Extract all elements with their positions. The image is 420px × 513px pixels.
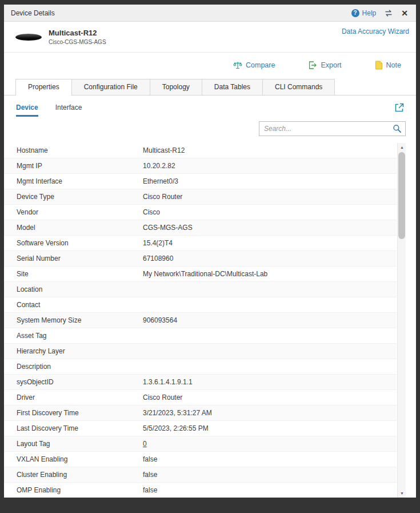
table-row: VendorCisco — [4, 205, 397, 220]
property-label: Software Version — [17, 239, 143, 247]
property-value: 67108960 — [143, 254, 397, 263]
property-value: false — [143, 455, 397, 463]
table-row: VXLAN Enablingfalse — [4, 452, 397, 467]
property-value: 5/5/2023, 2:26:55 PM — [143, 424, 397, 432]
tab-cli-commands[interactable]: CLI Commands — [262, 79, 335, 95]
property-value: false — [143, 471, 397, 479]
property-label: First Discovery Time — [17, 409, 143, 417]
tab-bar: Properties Configuration File Topology D… — [4, 79, 416, 96]
subtab-device[interactable]: Device — [16, 104, 38, 117]
table-row: Device TypeCisco Router — [4, 189, 397, 205]
property-label: Hierarchy Layer — [17, 347, 143, 355]
note-icon — [375, 61, 383, 70]
property-value: Multicast-R12 — [143, 146, 397, 154]
data-accuracy-wizard-link[interactable]: Data Accuracy Wizard — [342, 27, 409, 35]
tab-configuration-file[interactable]: Configuration File — [71, 79, 150, 95]
properties-table-body: HostnameMulticast-R12Mgmt IP10.20.2.82Mg… — [4, 143, 397, 498]
property-label: Vendor — [17, 208, 143, 216]
property-value: false — [143, 486, 397, 494]
table-row: Contact — [4, 297, 397, 313]
property-value: 3/21/2023, 5:31:27 AM — [143, 409, 397, 417]
scroll-up-button[interactable]: ▲ — [398, 143, 406, 152]
layout-tag-link[interactable]: 0 — [143, 440, 147, 448]
property-value: 1.3.6.1.4.1.9.1.1 — [143, 378, 397, 386]
device-identity: Multicast-R12 Cisco-CGS-MGS-AGS — [49, 29, 106, 45]
property-value: 10.20.2.82 — [143, 162, 397, 170]
device-header: Multicast-R12 Cisco-CGS-MGS-AGS Data Acc… — [4, 22, 416, 53]
table-row: Last Discovery Time5/5/2023, 2:26:55 PM — [4, 421, 397, 436]
table-row: Description — [4, 359, 397, 375]
property-label: VXLAN Enabling — [17, 455, 143, 463]
search-row — [4, 117, 416, 136]
property-label: Mgmt Interface — [17, 177, 143, 185]
note-label: Note — [386, 61, 401, 69]
table-row: OMP Enablingfalse — [4, 483, 397, 498]
table-row: HostnameMulticast-R12 — [4, 143, 397, 158]
property-label: Cluster Enabling — [17, 471, 143, 479]
router-icon — [15, 34, 42, 41]
export-button[interactable]: Export — [308, 61, 341, 70]
property-label: OMP Enabling — [17, 486, 143, 494]
property-value: 15.4(2)T4 — [143, 239, 397, 247]
property-label: Mgmt IP — [17, 162, 143, 170]
refresh-icon[interactable] — [384, 9, 393, 17]
table-row: Mgmt InterfaceEthernet0/3 — [4, 174, 397, 189]
search-icon[interactable] — [393, 124, 402, 133]
table-row: System Memory Size906093564 — [4, 313, 397, 328]
search-box — [259, 121, 406, 136]
property-label: Last Discovery Time — [17, 424, 143, 432]
property-value: My Network\Traditional-DC\Multicast-Lab — [143, 270, 397, 278]
scroll-thumb[interactable] — [398, 152, 405, 239]
table-row: Layout Tag0 — [4, 436, 397, 452]
property-label: Contact — [17, 301, 143, 309]
action-bar: Compare Export Note — [4, 53, 416, 74]
export-icon — [308, 61, 317, 70]
table-row: Hierarchy Layer — [4, 344, 397, 359]
property-value: 906093564 — [143, 316, 397, 324]
open-in-new-window-icon[interactable] — [394, 102, 405, 113]
tab-topology[interactable]: Topology — [150, 79, 202, 95]
compare-scales-icon — [233, 61, 242, 70]
table-row: Asset Tag — [4, 328, 397, 344]
screen-frame: Device Details ? Help ✕ Multicast-R12 Ci… — [0, 0, 420, 513]
help-button[interactable]: ? Help — [351, 9, 377, 17]
help-label: Help — [362, 9, 377, 17]
property-label: Asset Tag — [17, 332, 143, 340]
properties-panel: Device Interface — [4, 96, 416, 498]
tab-properties[interactable]: Properties — [15, 79, 72, 96]
property-label: Serial Number — [17, 254, 143, 263]
property-value: Cisco Router — [143, 193, 397, 201]
table-row: Serial Number67108960 — [4, 251, 397, 267]
table-row: ModelCGS-MGS-AGS — [4, 220, 397, 236]
property-label: System Memory Size — [17, 316, 143, 324]
dialog-titlebar: Device Details ? Help ✕ — [4, 5, 416, 22]
scroll-down-button[interactable]: ▼ — [398, 489, 406, 498]
table-row: Mgmt IP10.20.2.82 — [4, 158, 397, 174]
property-label: Hostname — [17, 146, 143, 154]
export-label: Export — [321, 61, 341, 69]
close-icon[interactable]: ✕ — [401, 9, 408, 17]
table-row: First Discovery Time3/21/2023, 5:31:27 A… — [4, 405, 397, 421]
note-button[interactable]: Note — [375, 61, 401, 70]
subtab-interface[interactable]: Interface — [55, 104, 82, 115]
property-value: Cisco Router — [143, 393, 397, 401]
device-details-dialog: Device Details ? Help ✕ Multicast-R12 Ci… — [4, 5, 416, 498]
property-label: sysObjectID — [17, 378, 143, 386]
property-label: Layout Tag — [17, 440, 143, 448]
device-name: Multicast-R12 — [49, 29, 106, 37]
property-value: 0 — [143, 440, 397, 448]
property-label: Location — [17, 285, 143, 293]
property-label: Site — [17, 270, 143, 278]
property-label: Description — [17, 363, 143, 371]
titlebar-actions: ? Help ✕ — [351, 9, 408, 17]
tab-data-tables[interactable]: Data Tables — [202, 79, 263, 95]
table-row: Location — [4, 282, 397, 297]
scrollbar[interactable]: ▲ ▼ — [397, 143, 406, 498]
search-input[interactable] — [264, 125, 393, 133]
table-row: Software Version15.4(2)T4 — [4, 236, 397, 251]
table-row: Cluster Enablingfalse — [4, 467, 397, 483]
compare-button[interactable]: Compare — [233, 61, 275, 70]
help-icon: ? — [351, 9, 359, 17]
property-label: Driver — [17, 393, 143, 401]
property-label: Model — [17, 224, 143, 232]
